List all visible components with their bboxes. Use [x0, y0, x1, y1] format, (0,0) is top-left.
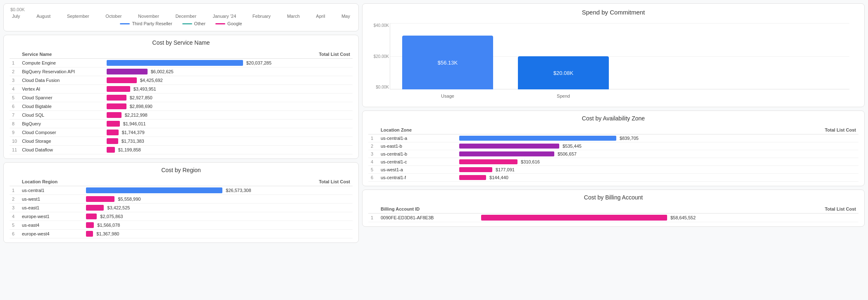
az-name: us-central1-b [378, 150, 457, 158]
row-num: 4 [368, 158, 378, 166]
az-cost-cell: $535,445 [457, 142, 858, 150]
cost-value: $535,445 [563, 144, 582, 149]
x-label-mar: March [287, 14, 300, 19]
service-name: Compute Engine [19, 59, 104, 67]
table-row: 3 us-central1-b $506,657 [368, 150, 858, 158]
spend-commitment-title: Spend by Commitment [369, 9, 858, 16]
table-row: 6 Cloud Bigtable $2,898,690 [10, 102, 353, 111]
th-az-name: Location Zone [378, 126, 457, 134]
az-name: us-central1-c [378, 158, 457, 166]
region-cost-cell: $26,573,308 [83, 186, 353, 195]
region-cost-cell: $2,075,863 [83, 212, 353, 221]
cost-by-az-title: Cost by Availability Zone [368, 115, 858, 122]
table-row: 10 Cloud Storage $1,731,383 [10, 137, 353, 146]
cost-value: $1,199,858 [118, 147, 141, 152]
row-num: 1 [368, 214, 378, 222]
service-cost-cell: $2,898,690 [104, 102, 353, 111]
right-panel: Spend by Commitment $40.00K $20.00K $0.0… [362, 3, 865, 297]
row-num: 7 [10, 111, 19, 120]
cost-value: $26,573,308 [226, 188, 251, 193]
cost-value: $177,091 [496, 167, 515, 172]
row-num: 2 [10, 195, 19, 204]
cost-value: $6,002,625 [151, 69, 174, 74]
region-cost-cell: $3,422,525 [83, 204, 353, 212]
region-name: us-central1 [19, 186, 83, 195]
row-num: 4 [10, 212, 19, 221]
service-name: BigQuery [19, 120, 104, 128]
region-cost-cell: $5,558,990 [83, 195, 353, 204]
x-label-jan: January '24 [213, 14, 236, 19]
legend-line-pink [215, 23, 225, 24]
table-row: 3 us-east1 $3,422,525 [10, 204, 353, 212]
row-num: 5 [368, 166, 378, 174]
x-label-aug: August [36, 14, 50, 19]
th-billing-cost: Total List Cost [479, 205, 858, 214]
cost-by-billing-card: Cost by Billing Account Billing Account … [362, 190, 865, 227]
legend-third-party: Third Party Reseller [120, 21, 172, 26]
table-row: 8 BigQuery $1,946,011 [10, 120, 353, 128]
x-label-jul: July [12, 14, 20, 19]
cost-value: $20,037,285 [246, 60, 272, 65]
cost-value: $1,367,980 [96, 231, 119, 236]
th-service-cost: Total List Cost [104, 50, 353, 59]
service-name: Cloud SQL [19, 111, 104, 120]
usage-bar: $56.13K [402, 36, 493, 89]
az-name: us-central1-a [378, 134, 457, 142]
az-name: us-west1-a [378, 166, 457, 174]
row-num: 11 [10, 146, 19, 154]
cost-by-billing-title: Cost by Billing Account [368, 194, 858, 201]
az-cost-cell: $839,705 [457, 134, 858, 142]
table-row: 1 Compute Engine $20,037,285 [10, 59, 353, 67]
table-row: 4 europe-west1 $2,075,863 [10, 212, 353, 221]
usage-bar-container: $56.13K [402, 36, 493, 89]
cost-value: $1,731,383 [122, 139, 144, 144]
service-cost-cell: $1,744,379 [104, 128, 353, 137]
row-num: 5 [10, 221, 19, 230]
az-cost-cell: $310,616 [457, 158, 858, 166]
spend-by-commitment-card: Spend by Commitment $40.00K $20.00K $0.0… [362, 3, 865, 107]
service-cost-cell: $1,731,383 [104, 137, 353, 146]
spend-bar: $20.08K [518, 56, 609, 89]
th-region-cost: Total List Cost [83, 178, 353, 186]
x-label-nov: November [138, 14, 159, 19]
table-row: 7 Cloud SQL $2,212,998 [10, 111, 353, 120]
th-region-name: Location Region [19, 178, 83, 186]
cost-value: $1,744,379 [122, 130, 145, 135]
top-chart-card: $0.00K July August September October Nov… [3, 3, 359, 31]
legend-google: Google [215, 21, 242, 26]
cost-value: $5,558,990 [118, 197, 141, 202]
th-service-name: Service Name [19, 50, 104, 59]
table-row: 6 us-central1-f $144,440 [368, 174, 858, 182]
region-name: us-east1 [19, 204, 83, 212]
service-name: Cloud Composer [19, 128, 104, 137]
row-num: 10 [10, 137, 19, 146]
th-num-region [10, 178, 19, 186]
service-cost-cell: $20,037,285 [104, 59, 353, 67]
cost-value: $58,645,552 [670, 215, 696, 220]
cost-value: $506,657 [558, 151, 577, 156]
cost-by-billing-table: Billing Account ID Total List Cost 1 009… [368, 205, 858, 222]
cost-value: $2,898,690 [130, 104, 153, 109]
legend-label-other: Other [194, 21, 206, 26]
cost-value: $1,566,078 [97, 223, 120, 228]
service-name: Cloud Bigtable [19, 102, 104, 111]
service-cost-cell: $6,002,625 [104, 67, 353, 76]
usage-value: $56.13K [438, 60, 458, 66]
legend-line-teal [182, 23, 192, 24]
x-label-dec: December [175, 14, 196, 19]
row-num: 4 [10, 85, 19, 94]
y-label-0k: $0.00K [369, 85, 389, 89]
service-cost-cell: $4,425,692 [104, 76, 353, 85]
cost-by-service-table: Service Name Total List Cost 1 Compute E… [10, 50, 353, 154]
th-az-cost: Total List Cost [457, 126, 858, 134]
row-num: 3 [10, 76, 19, 85]
cost-value: $2,927,850 [130, 95, 153, 100]
main-container: $0.00K July August September October Nov… [0, 0, 868, 300]
table-row: 1 0090FE-ED3D81-AF8E3B $58,645,552 [368, 214, 858, 222]
x-label-may: May [341, 14, 350, 19]
row-num: 1 [10, 186, 19, 195]
cost-by-az-card: Cost by Availability Zone Location Zone … [362, 110, 865, 186]
cost-by-service-title: Cost by Service Name [10, 39, 353, 46]
row-num: 3 [368, 150, 378, 158]
cost-by-region-table: Location Region Total List Cost 1 us-cen… [10, 178, 353, 238]
